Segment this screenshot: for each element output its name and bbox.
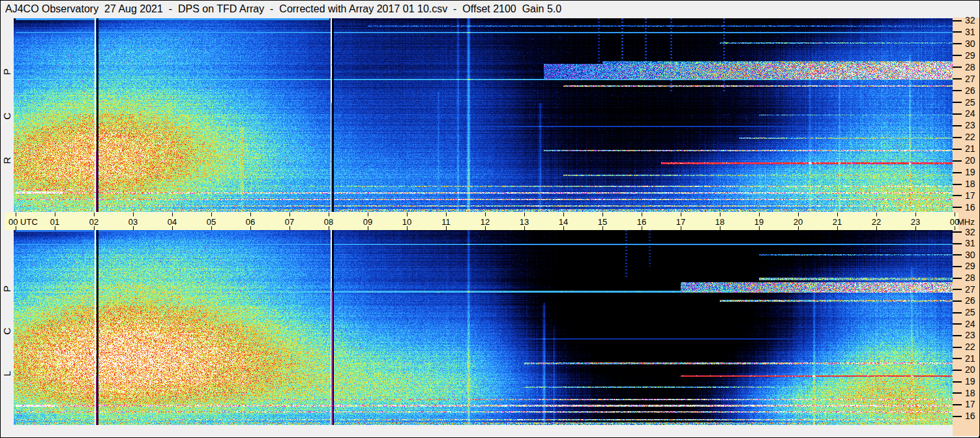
freq-label: 18 [965,388,975,398]
freq-label: 28 [965,62,975,72]
freq-tick [953,404,962,405]
hour-tick [485,212,486,216]
hour-tick [94,212,95,216]
freq-tick [953,370,962,371]
hour-label: 04 [168,217,177,227]
freq-tick [953,149,962,150]
hour-label: 14 [559,217,568,227]
freq-tick [953,416,962,417]
freq-tick [953,113,962,115]
freq-tick [953,78,962,80]
freq-tick [953,323,962,325]
hour-label: 12 [481,217,490,227]
hour-tick [955,212,955,216]
hour-label: 21 [833,217,842,227]
hour-tick [329,212,329,216]
freq-tick [953,125,962,126]
hour-tick [407,212,408,216]
freq-label: 29 [965,50,975,61]
hour-tick [681,212,681,216]
hour-tick [837,212,838,216]
spectrogram-rcp-canvas [14,18,953,212]
freq-tick [953,102,962,103]
freq-label: 22 [965,342,975,352]
freq-label: 23 [965,330,975,340]
freq-tick [953,20,962,22]
freq-tick [953,160,962,162]
hour-label: 23 [911,217,920,227]
polarization-label-letter: C [1,111,13,122]
hour-label: 02 [89,217,98,227]
freq-label: 23 [965,120,975,130]
freq-label: 24 [965,319,975,329]
polarization-label-letter: P [1,284,13,295]
polarization-label-letter: R [1,155,13,166]
freq-tick [953,90,962,91]
freq-tick [953,312,962,314]
freq-label: 29 [965,261,975,271]
freq-label: 27 [965,284,975,295]
freq-tick [953,289,962,290]
hour-label: 05 [207,217,216,227]
freq-tick [953,381,962,383]
freq-tick [953,184,962,185]
freq-tick [953,55,962,56]
hour-tick [642,212,642,216]
freq-label: 25 [965,307,975,317]
hour-tick [915,212,916,216]
hour-label: 19 [754,217,764,227]
freq-label: 18 [965,179,975,189]
hour-label: 16 [637,217,646,227]
freq-label: 30 [965,38,975,49]
freq-label: 19 [965,376,975,387]
hour-label: 01 [50,217,59,227]
polarization-label-letter: C [1,326,13,337]
hour-tick [290,212,290,216]
hour-label: 03 [128,217,138,227]
hour-label: 18 [715,217,724,227]
title-bar: AJ4CO Observatory 27 Aug 2021 - DPS on T… [1,1,979,18]
hour-tick [55,212,55,216]
freq-label: 30 [965,250,975,260]
freq-label: 20 [965,364,975,375]
freq-label: 32 [965,227,975,237]
freq-label: 27 [965,74,975,84]
freq-label: 26 [965,295,975,306]
freq-tick [953,172,962,173]
freq-label: 32 [965,15,975,25]
freq-tick [953,243,962,244]
hour-tick [759,212,760,216]
freq-tick [953,335,962,336]
hour-label: 00 UTC [8,217,38,227]
freq-tick [953,266,962,267]
freq-label: 16 [965,411,975,421]
freq-label: 20 [965,155,975,166]
page-title: AJ4CO Observatory 27 Aug 2021 - DPS on T… [5,1,561,18]
freq-tick [953,66,962,68]
hour-tick [524,212,525,216]
freq-tick [953,207,962,208]
frequency-unit-label: MHz [957,217,975,227]
hour-tick [211,212,212,216]
time-axis: 00 UTC0102030405060708091011121314151617… [5,212,958,230]
hour-tick [172,212,173,216]
hour-tick [446,212,447,216]
freq-label: 21 [965,143,975,154]
freq-label: 25 [965,97,975,108]
hour-tick [16,212,16,216]
hour-label: 22 [872,217,881,227]
freq-tick [953,278,962,279]
freq-label: 24 [965,108,975,119]
freq-tick [953,300,962,302]
freq-label: 21 [965,353,975,364]
freq-tick [953,43,962,44]
hour-tick [368,212,368,216]
freq-tick [953,392,962,394]
hour-label: 17 [676,217,685,227]
freq-label: 17 [965,190,975,201]
hour-label: 13 [520,217,529,227]
freq-tick [953,358,962,359]
hour-tick [876,212,877,216]
freq-label: 26 [965,85,975,96]
freq-tick [953,137,962,138]
